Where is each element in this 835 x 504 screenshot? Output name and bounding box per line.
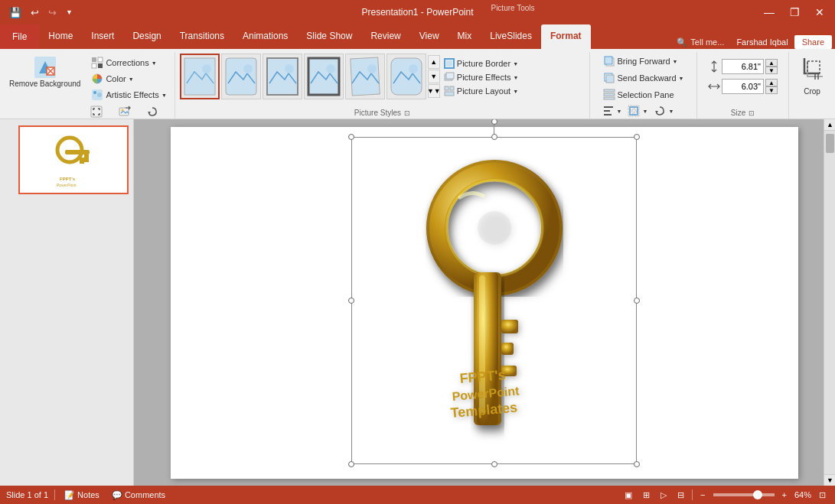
style-preset-6[interactable] [387, 54, 426, 99]
svg-rect-30 [446, 73, 454, 79]
width-row: 6.03" ▲ ▼ [708, 78, 778, 95]
notes-button[interactable]: 📝 Notes [61, 489, 103, 501]
svg-text:PowerPoint: PowerPoint [57, 183, 77, 187]
canvas-area: ▲ ▼ [134, 119, 835, 486]
picture-effects-button[interactable]: Picture Effects ▼ [442, 71, 521, 83]
tab-home[interactable]: Home [39, 24, 82, 49]
help-search[interactable]: 🔍 Tell me... [670, 37, 730, 47]
save-qat-button[interactable]: 💾 [6, 5, 24, 20]
width-down[interactable]: ▼ [765, 86, 778, 94]
width-input[interactable]: 6.03" [722, 79, 764, 94]
styles-scroll-more[interactable]: ▼▼ [428, 84, 440, 98]
remove-bg-label: Remove Background [9, 80, 80, 89]
zoom-in-button[interactable]: + [779, 489, 790, 500]
svg-rect-42 [604, 110, 610, 112]
handle-top-right[interactable] [634, 134, 640, 140]
handle-top-mid[interactable] [491, 134, 497, 140]
style-preset-4[interactable] [304, 54, 344, 99]
vertical-scrollbar[interactable]: ▲ ▼ [824, 119, 835, 486]
maximize-button[interactable]: ❐ [785, 5, 804, 20]
tab-format[interactable]: Format [541, 24, 591, 49]
picture-styles-expand[interactable]: ⊡ [404, 109, 410, 117]
picture-border-button[interactable]: Picture Border ▼ [442, 57, 520, 70]
share-button[interactable]: Share [794, 35, 832, 49]
slide-layout-button[interactable]: ⊞ [640, 489, 653, 501]
handle-bottom-right[interactable] [634, 461, 640, 467]
style-preset-5[interactable] [345, 54, 385, 99]
width-up[interactable]: ▲ [765, 79, 778, 86]
tab-design[interactable]: Design [123, 24, 170, 49]
scroll-up-button[interactable]: ▲ [824, 119, 835, 131]
handle-bottom-mid[interactable] [491, 461, 497, 467]
reading-view-button[interactable]: ▷ [657, 489, 670, 501]
handle-bottom-left[interactable] [348, 461, 354, 467]
crop-button[interactable]: Crop [797, 54, 827, 99]
zoom-slider[interactable] [713, 493, 775, 496]
slide-thumbnail-1[interactable]: FPPT's PowerPoint [18, 125, 129, 194]
zoom-level: 64% [794, 490, 811, 499]
style-preset-2[interactable] [221, 54, 261, 99]
size-expand[interactable]: ⊡ [749, 109, 755, 117]
scroll-track [824, 131, 835, 474]
tab-view[interactable]: View [410, 24, 448, 49]
close-button[interactable]: ✕ [811, 5, 829, 20]
reset-picture-button[interactable] [144, 105, 170, 119]
scroll-thumb[interactable] [826, 134, 834, 153]
svg-rect-54 [80, 158, 84, 164]
send-backward-button[interactable]: Send Backward ▼ [600, 70, 687, 86]
tab-file[interactable]: File [0, 24, 39, 49]
bring-forward-button[interactable]: Bring Forward ▼ [600, 54, 687, 69]
arrange-row-buttons: ▼ ▼ ▼ [600, 104, 677, 118]
height-down[interactable]: ▼ [765, 67, 778, 74]
customize-qat-button[interactable]: ▼ [63, 7, 76, 18]
redo-qat-button[interactable]: ↪ [45, 5, 60, 20]
handle-top-left[interactable] [348, 134, 354, 140]
style-thumbnails [180, 54, 426, 99]
title-bar-content: 💾 ↩ ↪ ▼ Picture Tools Presentation1 - Po… [6, 5, 829, 20]
picture-layout-button[interactable]: Picture Layout ▼ [442, 85, 520, 97]
scroll-down-button[interactable]: ▼ [824, 474, 835, 486]
minimize-button[interactable]: — [759, 5, 779, 20]
height-up[interactable]: ▲ [765, 59, 778, 67]
tab-transitions[interactable]: Transitions [171, 24, 233, 49]
group-button[interactable]: ▼ [625, 104, 650, 118]
zoom-out-button[interactable]: − [697, 489, 708, 500]
height-input[interactable]: 6.81" [722, 59, 764, 74]
compress-button[interactable] [88, 105, 114, 119]
image-container[interactable]: FPPT's PowerPoint Templates [351, 136, 638, 465]
picture-effects-icon [444, 72, 455, 83]
corrections-button[interactable]: Corrections ▼ [88, 55, 169, 70]
style5-svg [348, 57, 382, 96]
selection-pane-button[interactable]: Selection Pane [600, 87, 687, 102]
send-backward-icon [603, 72, 615, 84]
remove-background-button[interactable]: Remove Background [5, 54, 85, 90]
fit-slide-button[interactable]: ⊡ [816, 489, 829, 501]
window-title: Presentation1 - PowerPoint [361, 7, 473, 18]
picture-layout-label: Picture Layout [457, 86, 510, 96]
styles-scroll-down[interactable]: ▼ [428, 70, 440, 83]
tab-liveslides[interactable]: LiveSlides [481, 24, 541, 49]
style-preset-1[interactable] [180, 54, 220, 99]
tab-mix[interactable]: Mix [448, 24, 481, 49]
undo-qat-button[interactable]: ↩ [28, 5, 42, 20]
color-button[interactable]: Color ▼ [88, 71, 169, 86]
change-picture-button[interactable] [116, 105, 142, 119]
compress-icon [90, 106, 103, 118]
tab-slideshow[interactable]: Slide Show [297, 24, 361, 49]
tab-insert[interactable]: Insert [82, 24, 123, 49]
comments-button[interactable]: 💬 Comments [109, 489, 168, 501]
rotate-arrow: ▼ [668, 109, 674, 114]
normal-view-button[interactable]: ▣ [621, 489, 635, 501]
present-button[interactable]: ⊟ [674, 489, 687, 501]
style1-svg [183, 57, 217, 96]
styles-scroll-up[interactable]: ▲ [428, 55, 440, 69]
align-button[interactable]: ▼ [600, 104, 625, 118]
rotate-handle[interactable] [491, 119, 497, 125]
handle-mid-right[interactable] [634, 298, 640, 304]
artistic-effects-button[interactable]: Artistic Effects ▼ [88, 87, 169, 102]
tab-review[interactable]: Review [361, 24, 409, 49]
tab-animations[interactable]: Animations [233, 24, 297, 49]
handle-mid-left[interactable] [348, 298, 354, 304]
rotate-button[interactable]: ▼ [651, 104, 676, 118]
style-preset-3[interactable] [263, 54, 302, 99]
